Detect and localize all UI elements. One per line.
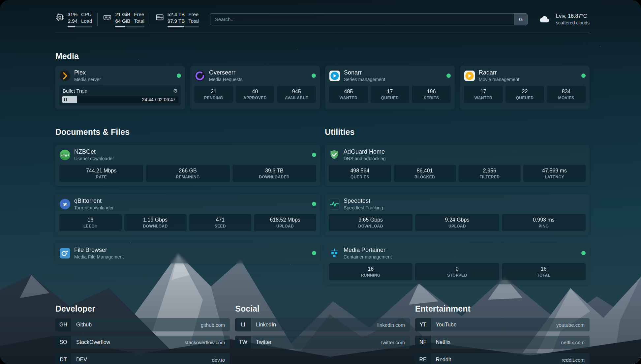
nzbget-stat-remaining: 266 GB REMAINING: [146, 165, 229, 182]
adguard-card-header[interactable]: AdGuard Home DNS and adblocking: [329, 148, 586, 161]
bookmark-linkedin[interactable]: LI LinkedIn linkedin.com: [235, 318, 410, 331]
stat-value: 196: [413, 89, 449, 95]
bookmark-abbr: RE: [415, 353, 431, 364]
sonarr-stat-series: 196 SERIES: [412, 86, 451, 103]
stat-label: DOWNLOAD: [126, 224, 185, 228]
bookmark-name: Twitter: [256, 339, 271, 345]
stat-label: SEED: [191, 224, 250, 228]
section-utilities: Utilities: [325, 127, 590, 284]
stat-value: 47.569 ms: [525, 168, 584, 174]
plex-playback-progress[interactable]: 24:44 / 02:06:47: [62, 96, 178, 103]
radarr-desc: Movie management: [479, 77, 519, 82]
stat-label: APPROVED: [237, 96, 273, 100]
disk-free-label: Free: [188, 11, 199, 18]
disk-total-label: Total: [188, 18, 199, 24]
bookmark-netflix[interactable]: NF Netflix netflix.com: [415, 336, 590, 349]
search-provider-button[interactable]: G: [514, 14, 527, 25]
disk-progress-fill: [168, 26, 184, 27]
bookmark-dev[interactable]: DT DEV dev.to: [55, 353, 230, 364]
stat-label: PING: [503, 224, 584, 228]
filebrowser-card-header[interactable]: File Browser Media File Management: [59, 247, 316, 259]
section-media: Media Plex Media server: [55, 51, 590, 109]
bookmark-url: dev.to: [212, 357, 225, 363]
memory-widget: 21 GiB 64 GiB Free Total: [103, 11, 144, 27]
adguard-stat-queries: 498,564 QUERIES: [329, 165, 391, 182]
stat-label: DOWNLOAD: [330, 224, 411, 228]
stat-label: STOPPED: [416, 273, 498, 278]
bookmark-abbr: DT: [55, 353, 71, 364]
radarr-card: Radarr Movie management 17 WANTED 22 QUE…: [460, 66, 590, 109]
bookmark-twitter[interactable]: TW Twitter twitter.com: [235, 336, 410, 349]
stat-value: 471: [191, 217, 250, 223]
nzbget-icon: nzbget: [59, 149, 71, 161]
overseerr-card: Overseerr Media Requests 21 PENDING 40 A…: [190, 66, 320, 109]
stat-value: 16: [61, 217, 120, 223]
bookmark-github[interactable]: GH Github github.com: [55, 318, 230, 331]
pause-icon: [66, 98, 67, 101]
stat-value: 22: [507, 89, 543, 95]
nzbget-stat-rate: 744.21 Mbps RATE: [59, 165, 143, 182]
cpu-progress-fill: [68, 26, 75, 27]
stat-value: 744.21 Mbps: [61, 168, 142, 174]
radarr-stat-movies: 834 MOVIES: [547, 86, 586, 103]
adguard-card: AdGuard Home DNS and adblocking 498,564 …: [325, 145, 590, 186]
stat-label: RATE: [61, 175, 142, 179]
bookmark-group-entertainment: Entertainment YT YouTube youtube.com NF …: [415, 304, 590, 364]
radarr-stat-wanted: 17 WANTED: [464, 86, 503, 103]
stat-value: 39.6 TB: [234, 168, 315, 174]
overseerr-card-header[interactable]: Overseerr Media Requests: [194, 69, 316, 82]
sonarr-card-header[interactable]: Sonarr Series management: [329, 69, 451, 82]
bookmark-url: youtube.com: [556, 322, 585, 328]
portainer-icon: [329, 248, 340, 259]
stat-label: QUEUED: [507, 96, 543, 100]
bookmark-name: DEV: [76, 357, 87, 363]
stat-label: QUEUED: [372, 96, 408, 100]
svg-text:qb: qb: [63, 202, 67, 206]
cpu-percent: 31%: [68, 11, 77, 18]
cpu-readout: 31% 2.94 CPU Load: [68, 11, 92, 27]
bookmark-youtube[interactable]: YT YouTube youtube.com: [415, 318, 590, 331]
disk-progress-track: [168, 26, 199, 27]
settings-gear-icon[interactable]: [173, 88, 178, 94]
qbittorrent-card-header[interactable]: qb qBittorrent Torrent downloader: [59, 197, 316, 210]
qbittorrent-icon: qb: [59, 198, 71, 210]
adguard-icon: [329, 149, 340, 161]
radarr-card-header[interactable]: Radarr Movie management: [464, 69, 586, 82]
qbittorrent-name: qBittorrent: [74, 197, 114, 204]
utilities-section-title: Utilities: [325, 127, 590, 137]
nzbget-card-header[interactable]: nzbget NZBGet Usenet downloader: [59, 148, 316, 161]
bookmark-name: StackOverflow: [76, 339, 110, 345]
speedtest-icon: [329, 198, 340, 210]
bookmark-name: Github: [76, 322, 92, 328]
media-section-title: Media: [55, 51, 590, 61]
stat-value: 485: [330, 89, 367, 95]
disk-icon: [155, 13, 164, 22]
disk-free-value: 52.4 TB: [168, 11, 185, 18]
bookmark-abbr: TW: [235, 336, 251, 349]
nzbget-name: NZBGet: [74, 148, 114, 155]
plex-card-header[interactable]: Plex Media server: [59, 69, 181, 82]
search-input[interactable]: [210, 14, 514, 25]
cpu-label: CPU: [81, 11, 92, 18]
bookmark-reddit[interactable]: RE Reddit reddit.com: [415, 353, 590, 364]
portainer-card-header[interactable]: Media Portainer Container management: [329, 247, 586, 259]
memory-progress-fill: [115, 26, 125, 27]
stat-label: UPLOAD: [416, 224, 498, 228]
plex-now-playing-panel: Bullet Train 24:44 / 02:06:47: [59, 85, 181, 106]
overseerr-stat-pending: 21 PENDING: [194, 86, 233, 103]
bookmark-name: LinkedIn: [256, 322, 276, 328]
sonarr-card: Sonarr Series management 485 WANTED 17 Q…: [325, 66, 455, 109]
stat-label: PENDING: [196, 96, 232, 100]
stat-label: WANTED: [465, 96, 502, 100]
speedtest-card-header[interactable]: Speedtest Speedtest Tracking: [329, 197, 586, 210]
social-section-title: Social: [235, 304, 410, 314]
weather-condition: scattered clouds: [556, 20, 590, 26]
adguard-stat-filtered: 2,956 FILTERED: [459, 165, 521, 182]
bookmark-stackoverflow[interactable]: SO StackOverflow stackoverflow.com: [55, 336, 230, 349]
portainer-stat-running: 16 RUNNING: [329, 263, 412, 280]
sonarr-icon: [329, 70, 340, 81]
bookmark-group-developer: Developer GH Github github.com SO StackO…: [55, 304, 230, 364]
memory-free-value: 21 GiB: [115, 11, 130, 18]
nzbget-status-indicator: [312, 153, 316, 157]
pause-icon: [64, 98, 65, 101]
